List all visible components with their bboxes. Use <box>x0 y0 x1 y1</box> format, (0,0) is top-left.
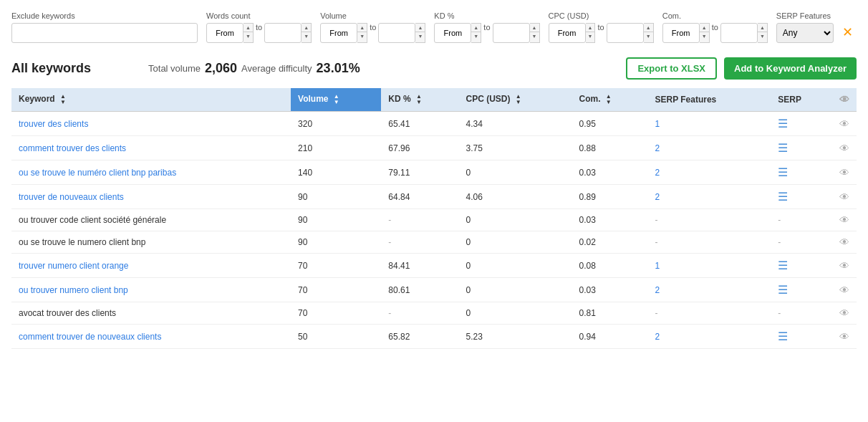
serp-icon-cell[interactable]: ☰ <box>771 254 832 278</box>
kd-sort-icon[interactable]: ▲▼ <box>416 94 422 105</box>
volume-to-spinner[interactable]: ▲▼ <box>415 23 425 43</box>
eye-cell[interactable]: 👁 <box>832 278 857 302</box>
volume-cell: 70 <box>291 254 381 278</box>
kd-from-spinner[interactable]: ▲▼ <box>471 23 481 43</box>
eye-cell[interactable]: 👁 <box>832 302 857 325</box>
words-count-to[interactable] <box>264 23 302 43</box>
eye-icon[interactable]: 👁 <box>839 214 849 226</box>
col-com[interactable]: Com. ▲▼ <box>572 88 647 112</box>
eye-icon[interactable]: 👁 <box>839 236 849 248</box>
serp-icon-cell[interactable]: ☰ <box>771 278 832 302</box>
words-count-from[interactable] <box>206 23 243 43</box>
eye-cell[interactable]: 👁 <box>832 136 857 160</box>
eye-cell[interactable]: 👁 <box>832 209 857 231</box>
eye-cell[interactable]: 👁 <box>832 325 857 349</box>
cpc-from[interactable] <box>549 23 586 43</box>
eye-icon[interactable]: 👁 <box>839 331 849 342</box>
cpc-cell: 4.06 <box>458 185 572 209</box>
kd-from[interactable] <box>434 23 471 43</box>
cpc-from-spinner[interactable]: ▲▼ <box>586 23 596 43</box>
volume-cell: 90 <box>291 231 381 254</box>
eye-cell[interactable]: 👁 <box>832 231 857 254</box>
serp-features-select[interactable]: Any <box>776 23 834 43</box>
serp-icon-cell[interactable]: ☰ <box>771 160 832 185</box>
exclude-keywords-input[interactable] <box>11 23 198 43</box>
volume-from-spinner[interactable]: ▲▼ <box>357 23 367 43</box>
serp-features-cell[interactable]: 2 <box>647 278 771 302</box>
words-count-range: ▲▼ to ▲▼ <box>206 23 312 43</box>
com-from[interactable] <box>662 23 700 43</box>
serp-features-cell[interactable]: 2 <box>647 136 771 160</box>
keyword-link[interactable]: trouver numero client orange <box>19 261 128 271</box>
cpc-cell: 0 <box>458 160 572 185</box>
serp-list-icon[interactable]: ☰ <box>778 166 788 178</box>
eye-icon[interactable]: 👁 <box>839 143 849 154</box>
kd-to[interactable] <box>493 23 530 43</box>
close-filters-button[interactable]: ✕ <box>842 24 853 40</box>
export-xlsx-button[interactable]: Export to XLSX <box>626 57 717 80</box>
keyword-link[interactable]: comment trouver des clients <box>19 143 126 153</box>
kd-cell: 79.11 <box>381 160 458 185</box>
cpc-cell: 4.34 <box>458 112 572 136</box>
eye-icon[interactable]: 👁 <box>839 167 849 178</box>
serp-list-icon[interactable]: ☰ <box>778 191 788 203</box>
serp-icon-cell[interactable]: ☰ <box>771 185 832 209</box>
volume-from[interactable] <box>320 23 357 43</box>
serp-list-icon[interactable]: ☰ <box>778 259 788 272</box>
col-volume[interactable]: Volume ▲▼ <box>291 88 381 112</box>
col-keyword[interactable]: Keyword ▲▼ <box>11 88 291 112</box>
serp-features-cell[interactable]: 1 <box>647 254 771 278</box>
keyword-link[interactable]: trouver de nouveaux clients <box>19 192 124 202</box>
words-count-to-spinner[interactable]: ▲▼ <box>302 23 312 43</box>
serp-features-cell[interactable]: 2 <box>647 160 771 185</box>
serp-list-icon[interactable]: ☰ <box>778 284 788 296</box>
serp-icon-cell[interactable]: ☰ <box>771 136 832 160</box>
cpc-to-spinner[interactable]: ▲▼ <box>644 23 654 43</box>
com-cell: 0.89 <box>572 185 647 209</box>
serp-features-label: SERP Features <box>776 11 834 20</box>
eye-cell[interactable]: 👁 <box>832 185 857 209</box>
eye-cell[interactable]: 👁 <box>832 160 857 185</box>
keyword-sort-icon[interactable]: ▲▼ <box>60 94 66 105</box>
keyword-link[interactable]: comment trouver de nouveaux clients <box>19 332 161 342</box>
kd-to-spinner[interactable]: ▲▼ <box>530 23 540 43</box>
serp-list-icon[interactable]: ☰ <box>778 142 788 154</box>
serp-icon-cell[interactable]: ☰ <box>771 112 832 136</box>
com-cell: 0.94 <box>572 325 647 349</box>
keyword-link[interactable]: ou trouver numero client bnp <box>19 285 128 295</box>
kd-cell: - <box>381 302 458 325</box>
serp-features-cell[interactable]: 2 <box>647 325 771 349</box>
eye-cell[interactable]: 👁 <box>832 112 857 136</box>
com-to-spinner[interactable]: ▲▼ <box>758 23 768 43</box>
keyword-link[interactable]: trouver des clients <box>19 119 88 129</box>
cpc-sort-icon[interactable]: ▲▼ <box>516 94 521 105</box>
volume-cell: 210 <box>291 136 381 160</box>
eye-icon[interactable]: 👁 <box>839 307 849 319</box>
total-volume-label: Total volume <box>148 63 201 74</box>
eye-icon[interactable]: 👁 <box>839 118 849 130</box>
cpc-cell: 0 <box>458 254 572 278</box>
serp-icon-cell[interactable]: ☰ <box>771 325 832 349</box>
volume-to[interactable] <box>378 23 415 43</box>
col-kd[interactable]: KD % ▲▼ <box>381 88 458 112</box>
eye-icon[interactable]: 👁 <box>839 191 849 203</box>
keyword-link[interactable]: ou se trouve le numéro client bnp pariba… <box>19 168 176 178</box>
com-cell: 0.03 <box>572 209 647 231</box>
eye-icon[interactable]: 👁 <box>839 260 849 272</box>
words-count-from-spinner[interactable]: ▲▼ <box>243 23 254 43</box>
serp-features-cell[interactable]: 2 <box>647 185 771 209</box>
com-from-spinner[interactable]: ▲▼ <box>700 23 710 43</box>
serp-features-cell[interactable]: 1 <box>647 112 771 136</box>
kd-cell: - <box>381 209 458 231</box>
eye-icon[interactable]: 👁 <box>839 284 849 296</box>
words-count-to-label: to <box>254 23 264 43</box>
com-to[interactable] <box>720 23 758 43</box>
volume-sort-icon[interactable]: ▲▼ <box>334 94 339 105</box>
col-cpc[interactable]: CPC (USD) ▲▼ <box>458 88 572 112</box>
com-sort-icon[interactable]: ▲▼ <box>606 94 612 105</box>
serp-list-icon[interactable]: ☰ <box>778 118 788 130</box>
eye-cell[interactable]: 👁 <box>832 254 857 278</box>
cpc-to[interactable] <box>607 23 644 43</box>
serp-list-icon[interactable]: ☰ <box>778 330 788 342</box>
add-to-keyword-analyzer-button[interactable]: Add to Keyword Analyzer <box>724 57 857 80</box>
